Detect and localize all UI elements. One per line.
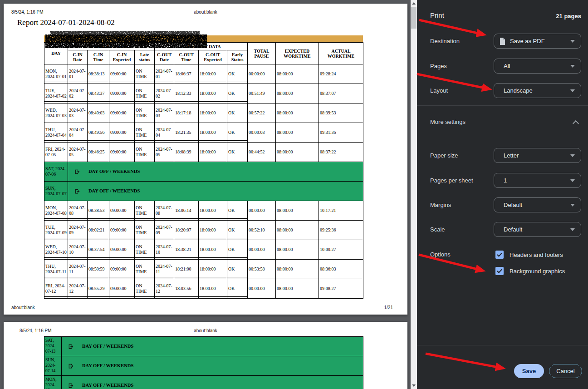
table-cell: OK: [227, 64, 248, 84]
page-footer-url: about:blank: [11, 305, 35, 310]
report-banner: [44, 35, 363, 42]
table-cell: 2024-07-09: [155, 221, 174, 240]
table-cell: 09:00:00: [109, 240, 135, 260]
logout-icon: [74, 169, 80, 175]
option-headers-and-footers[interactable]: Headers and footers: [495, 251, 563, 259]
table-cell: 18:00:00: [199, 279, 227, 299]
table-cell: ON TIME: [135, 64, 155, 84]
table-cell: 08:37:22: [319, 143, 363, 162]
headers-and-footers-label: Headers and footers: [510, 251, 563, 258]
save-button[interactable]: Save: [514, 364, 544, 378]
table-row: FRI, 2024-07-122024-07-1208:55:2909:00:0…: [44, 279, 363, 299]
layout-value: Landscape: [504, 87, 533, 94]
table-cell: 08:00:00: [276, 84, 319, 103]
col-actual-worktime: ACTUAL WORKTIME: [319, 43, 363, 64]
preview-page-2: 8/5/24, 1:16 PM about:blank SAT, 2024-07…: [4, 322, 407, 389]
pages-select[interactable]: All: [494, 59, 581, 74]
table-cell: 2024-07-01: [68, 64, 88, 84]
table-cell: 18:08:39: [174, 143, 199, 162]
checkbox-checked-icon[interactable]: [495, 267, 504, 275]
table-cell: 09:00:00: [109, 64, 135, 84]
col-total-pause: TOTAL PAUSE: [248, 43, 276, 64]
field-layout: Layout Landscape: [430, 83, 581, 98]
cancel-button[interactable]: Cancel: [549, 364, 582, 378]
table-cell: 2024-07-09: [68, 221, 88, 240]
col-expected-worktime: EXPECTED WORKTIME: [276, 43, 319, 64]
logout-icon: [68, 344, 74, 350]
scale-select[interactable]: Default: [494, 222, 581, 237]
table-cell: 09:25:36: [319, 221, 363, 240]
table-cell: 00:44:52: [248, 143, 276, 162]
table-cell: ON TIME: [135, 279, 155, 299]
table-cell: ON TIME: [135, 201, 155, 221]
scrollbar-up-icon[interactable]: [412, 2, 416, 5]
table-cell: 08:46:25: [88, 143, 109, 162]
table-cell: 08:49:56: [88, 123, 109, 143]
background-graphics-label: Background graphics: [510, 268, 565, 275]
chevron-down-icon: [570, 65, 575, 68]
options-label: Options: [430, 251, 451, 259]
table-cell: 09:00:00: [109, 221, 135, 240]
day-cell: MON, 2024-07-08: [44, 201, 68, 221]
page-number-indicator: 1/21: [384, 305, 393, 310]
day-cell: WED, 2024-07-03: [44, 103, 68, 123]
table-cell: OK: [227, 240, 248, 260]
margins-value: Default: [504, 202, 522, 208]
table-cell: 18:00:00: [199, 103, 227, 123]
day-cell: FRI, 2024-07-05: [44, 143, 68, 162]
table-cell: 18:00:00: [199, 221, 227, 240]
scale-value: Default: [504, 226, 522, 233]
col-cin-expected: C-IN Expected: [109, 50, 135, 64]
table-cell: 00:57:22: [248, 103, 276, 123]
pages-count: 21 pages: [556, 13, 581, 20]
table-cell: 2024-07-12: [155, 279, 174, 299]
table-cell: 2024-07-02: [68, 84, 88, 103]
table-cell: 08:00:00: [276, 260, 319, 279]
table-cell: 18:20:07: [174, 221, 199, 240]
table-cell: 18:12:33: [174, 84, 199, 103]
day-cell: SUN, 2024-07-07: [44, 182, 68, 201]
paper-size-select[interactable]: Letter: [494, 148, 581, 163]
field-pages-per-sheet: Pages per sheet 1: [430, 173, 581, 188]
panel-title: Print: [430, 11, 444, 19]
print-settings-panel: Print 21 pages Destination Save as PDF P…: [417, 0, 588, 389]
dayoff-label: DAY OFF / WEEKENDS: [82, 382, 133, 388]
table-cell: 18:00:00: [199, 84, 227, 103]
option-background-graphics[interactable]: Background graphics: [495, 267, 565, 275]
table-cell: 09:00:00: [109, 103, 135, 123]
checkbox-checked-icon[interactable]: [495, 251, 504, 259]
table-cell: 18:21:35: [174, 123, 199, 143]
dayoff-cell: DAY OFF / WEEKENDS: [62, 337, 363, 356]
table-row: MON, 2024-07-012024-07-0108:38:1309:00:0…: [44, 64, 363, 84]
day-cell: MON, 2024-07-: [44, 376, 62, 389]
pages-label: Pages: [430, 59, 447, 74]
paper-size-label: Paper size: [430, 148, 458, 163]
table-cell: 08:00:00: [276, 143, 319, 162]
table-cell: 08:00:00: [276, 103, 319, 123]
dayoff-label: DAY OFF / WEEKENDS: [88, 168, 140, 174]
destination-label: Destination: [430, 34, 460, 49]
field-margins: Margins Default: [430, 197, 581, 212]
day-cell: THU, 2024-07-11: [44, 260, 68, 279]
report-table: DAY CHECKIN DATA CHECKOUT DATA TOTAL PAU…: [44, 42, 363, 299]
destination-value: Save as PDF: [510, 38, 545, 44]
print-preview-area[interactable]: 8/5/24, 1:16 PM about:blank Report 2024-…: [0, 0, 411, 389]
table-row: FRI, 2024-07-052024-07-0508:46:2509:00:0…: [44, 143, 363, 162]
table-cell: 08:37:54: [88, 240, 109, 260]
chevron-down-icon: [570, 228, 575, 231]
table-cell: 2024-07-03: [155, 103, 174, 123]
destination-select[interactable]: Save as PDF: [494, 34, 581, 49]
margins-select[interactable]: Default: [494, 197, 581, 212]
pages-per-sheet-select[interactable]: 1: [494, 173, 581, 188]
table-cell: 18:06:14: [174, 201, 199, 221]
scale-label: Scale: [430, 222, 445, 237]
table-cell: 00:00:00: [248, 64, 276, 84]
scrollbar-thumb[interactable]: [411, 7, 416, 29]
table-cell: 18:17:18: [174, 103, 199, 123]
table-row: THU, 2024-07-042024-07-0408:49:5609:00:0…: [44, 123, 363, 143]
pdf-document-icon: [500, 38, 505, 45]
scrollbar-down-icon[interactable]: [412, 384, 416, 387]
preview-scrollbar[interactable]: [411, 0, 417, 389]
layout-select[interactable]: Landscape: [494, 83, 581, 98]
more-settings-toggle[interactable]: More settings: [417, 113, 588, 131]
